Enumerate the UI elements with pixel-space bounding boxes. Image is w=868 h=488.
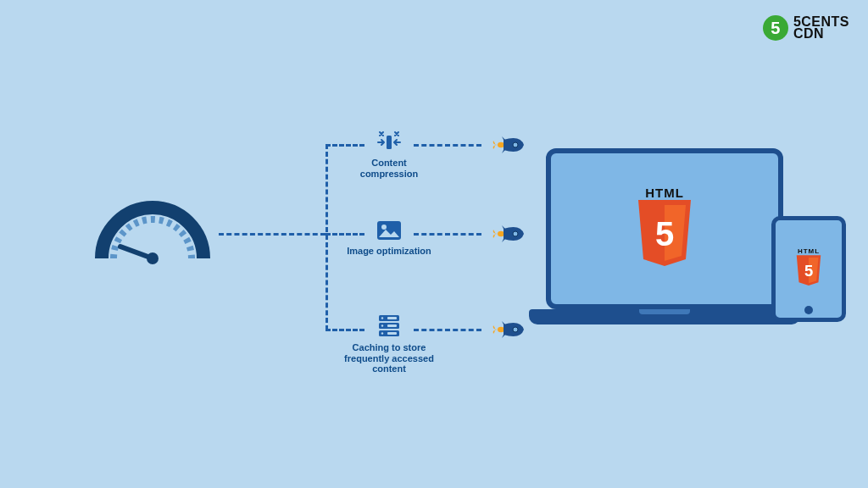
laptop-icon: HTML 5 — [546, 148, 783, 324]
connector-main — [219, 233, 326, 236]
svg-point-4 — [381, 225, 387, 230]
feature-content-compression: Content compression — [342, 130, 436, 179]
svg-point-19 — [513, 327, 518, 332]
svg-point-9 — [381, 324, 383, 326]
connector-vertical — [326, 144, 328, 330]
svg-point-14 — [498, 142, 504, 147]
html5-number: 5 — [804, 262, 813, 280]
svg-point-8 — [381, 317, 383, 319]
svg-point-16 — [498, 231, 504, 236]
svg-point-15 — [513, 142, 518, 147]
rocket-icon — [492, 320, 526, 339]
feature-caching: Caching to store frequently accessed con… — [342, 313, 436, 374]
html5-badge: HTML 5 — [633, 186, 696, 273]
logo-badge-icon: 5 — [763, 15, 788, 41]
feature-image-optimization: Image optimization — [342, 219, 436, 257]
rocket-icon — [492, 225, 526, 243]
image-icon — [375, 219, 403, 242]
html5-title: HTML — [633, 186, 696, 200]
feature-label: Caching to store frequently accessed con… — [342, 342, 436, 374]
feature-label: Image optimization — [342, 246, 436, 257]
svg-point-1 — [147, 252, 159, 264]
svg-rect-11 — [387, 317, 397, 319]
logo-text: 5CENTS CDN — [793, 16, 849, 41]
svg-rect-13 — [387, 332, 397, 335]
feature-label: Content compression — [342, 158, 436, 179]
compress-icon — [375, 130, 403, 154]
html5-shield-icon: 5 — [794, 255, 823, 287]
server-icon — [375, 313, 403, 339]
rocket-icon — [492, 136, 526, 154]
logo-badge-number: 5 — [771, 19, 780, 38]
speed-gauge-icon — [93, 191, 212, 267]
tablet-icon: HTML 5 — [771, 216, 846, 322]
html5-badge-small: HTML 5 — [794, 247, 823, 291]
html5-shield-icon: 5 — [633, 200, 696, 269]
svg-point-18 — [498, 327, 504, 332]
svg-rect-12 — [387, 324, 397, 327]
svg-point-10 — [381, 332, 383, 334]
html5-number: 5 — [655, 215, 674, 252]
html5-title: HTML — [794, 247, 823, 255]
svg-rect-2 — [387, 136, 392, 149]
brand-logo: 5 5CENTS CDN — [763, 15, 849, 41]
devices-group: HTML 5 HTML 5 — [546, 148, 843, 352]
logo-line2: CDN — [793, 28, 849, 40]
svg-point-17 — [513, 231, 518, 236]
